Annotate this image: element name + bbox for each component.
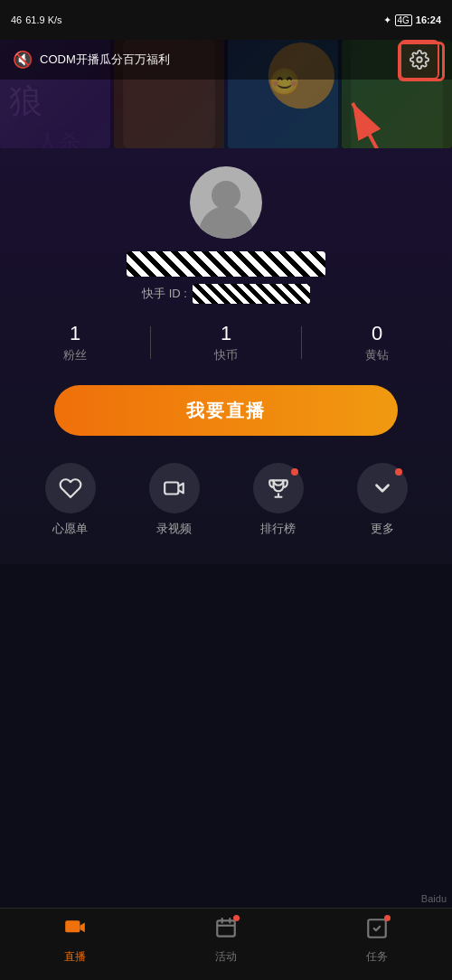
gear-icon	[410, 50, 429, 70]
trophy-icon	[267, 476, 290, 500]
nav-item-task[interactable]: 任务	[301, 917, 452, 972]
heart-icon	[59, 476, 82, 500]
svg-text:狼: 狼	[9, 82, 42, 119]
sound-icon[interactable]: 🔇	[13, 50, 33, 70]
more-notification-dot	[395, 468, 402, 476]
fans-label: 粉丝	[63, 347, 87, 363]
action-more[interactable]: 更多	[357, 463, 408, 537]
chevron-down-icon	[371, 476, 394, 500]
activity-nav-icon	[214, 917, 238, 946]
watermark: Baidu	[416, 891, 452, 906]
record-label: 录视频	[156, 521, 192, 537]
profile-section: 快手 ID : 1 粉丝 1 快币 0 黄钻 我要直播 心愿单	[0, 148, 452, 564]
task-nav-icon	[365, 917, 389, 946]
status-right: ✦ 4G 16:24	[383, 14, 441, 26]
activity-dot	[233, 915, 240, 921]
activity-nav-label: 活动	[215, 949, 237, 965]
ranking-notification-dot	[291, 468, 298, 476]
more-icon-circle	[357, 463, 408, 514]
diamond-label: 黄钻	[365, 347, 389, 363]
task-dot	[384, 915, 391, 921]
userid-label: 快手 ID :	[142, 286, 187, 302]
svg-rect-11	[165, 483, 178, 495]
record-icon-circle	[149, 463, 200, 514]
live-nav-label: 直播	[64, 949, 86, 965]
avatar-silhouette	[190, 166, 262, 239]
status-bar: 46 61.9 K/s ✦ 4G 16:24	[0, 0, 452, 40]
signal-strength: 46	[11, 14, 22, 25]
lte-badge: 4G	[395, 14, 412, 26]
bottom-nav: 直播 活动 任务	[0, 908, 452, 980]
svg-rect-13	[217, 920, 235, 936]
username-display	[127, 251, 325, 277]
svg-rect-12	[65, 920, 80, 932]
wishlist-icon-circle	[45, 463, 96, 514]
svg-text:人杀: 人杀	[37, 129, 80, 148]
action-wishlist[interactable]: 心愿单	[45, 463, 96, 537]
stat-fans[interactable]: 1 粉丝	[0, 322, 150, 363]
settings-button[interactable]	[400, 40, 439, 80]
coins-label: 快币	[214, 347, 238, 363]
banner-title-bar: 🔇 CODM开播瓜分百万福利	[0, 40, 452, 80]
ranking-icon-circle	[253, 463, 304, 514]
banner-title: CODM开播瓜分百万福利	[40, 52, 400, 68]
content-spacer	[0, 564, 452, 966]
ranking-label: 排行榜	[260, 521, 296, 537]
stat-coins[interactable]: 1 快币	[151, 322, 301, 363]
userid-row: 快手 ID :	[142, 284, 310, 304]
bluetooth-icon: ✦	[383, 14, 391, 26]
stats-row: 1 粉丝 1 快币 0 黄钻	[0, 322, 452, 363]
status-left: 46 61.9 K/s	[11, 14, 62, 25]
avatar[interactable]	[190, 166, 262, 239]
actions-row: 心愿单 录视频 排行榜	[0, 463, 452, 537]
video-icon	[163, 476, 186, 500]
userid-display	[193, 284, 310, 304]
live-nav-icon	[63, 917, 87, 946]
network-speed: 61.9 K/s	[25, 14, 61, 25]
nav-item-activity[interactable]: 活动	[151, 917, 302, 972]
banner-area: 狼 人杀 😊 🔇 CODM开播瓜分百万福利	[0, 40, 452, 148]
action-record[interactable]: 录视频	[149, 463, 200, 537]
action-ranking[interactable]: 排行榜	[253, 463, 304, 537]
task-nav-label: 任务	[366, 949, 388, 965]
time-display: 16:24	[416, 14, 441, 25]
fans-count: 1	[70, 322, 80, 345]
avatar-body-shape	[199, 206, 253, 239]
diamond-count: 0	[372, 322, 382, 345]
wishlist-label: 心愿单	[52, 521, 88, 537]
nav-item-live[interactable]: 直播	[0, 917, 151, 972]
live-button-label: 我要直播	[186, 399, 266, 423]
more-label: 更多	[371, 521, 394, 537]
coins-count: 1	[221, 322, 231, 345]
stat-diamond[interactable]: 0 黄钻	[302, 322, 452, 363]
live-button[interactable]: 我要直播	[54, 385, 398, 436]
